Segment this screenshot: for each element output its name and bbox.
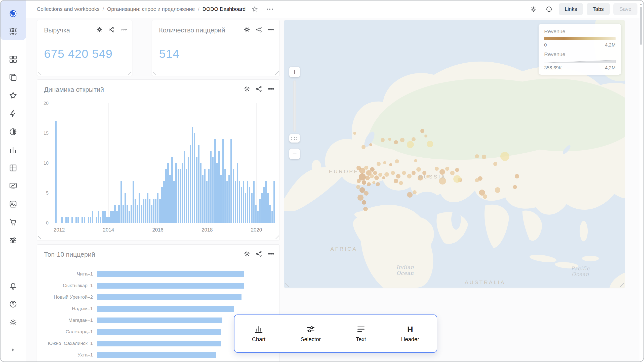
resize-handle[interactable] bbox=[38, 71, 42, 75]
bar bbox=[88, 217, 89, 223]
breadcrumb-separator: / bbox=[198, 6, 199, 12]
widget-more-icon[interactable] bbox=[265, 83, 276, 94]
tabs-button[interactable]: Tabs bbox=[587, 3, 610, 15]
map-point bbox=[455, 168, 459, 172]
toolbar-item-chart[interactable]: Chart bbox=[247, 323, 271, 345]
legend-color-gradient bbox=[544, 37, 616, 40]
header-icon: H bbox=[407, 325, 413, 334]
bar bbox=[97, 318, 222, 323]
x-tick-label: 2014 bbox=[103, 227, 114, 233]
bar bbox=[92, 211, 93, 223]
sidebar-expand-icon[interactable] bbox=[8, 345, 18, 355]
resize-handle[interactable] bbox=[153, 71, 156, 75]
widget-settings-gear-icon[interactable] bbox=[94, 24, 105, 35]
resize-handle[interactable] bbox=[128, 71, 131, 75]
map-point bbox=[453, 175, 461, 183]
map-point bbox=[367, 182, 371, 186]
y-tick-label: 15 bbox=[44, 131, 49, 136]
resize-handle[interactable] bbox=[620, 283, 624, 287]
pizzeria-count-value: 514 bbox=[159, 47, 179, 61]
widget-settings-gear-icon[interactable] bbox=[241, 83, 252, 94]
sidebar-item-gallery[interactable] bbox=[6, 197, 20, 211]
bar bbox=[184, 151, 185, 223]
widget-more-icon[interactable] bbox=[265, 24, 276, 35]
resize-handle[interactable] bbox=[38, 236, 42, 239]
bar bbox=[218, 151, 220, 223]
resize-handle[interactable] bbox=[275, 71, 279, 75]
map-point bbox=[500, 152, 509, 161]
app-window: Collections and workbooks / Организации:… bbox=[0, 0, 644, 362]
widget-more-icon[interactable] bbox=[118, 24, 129, 35]
widget-share-icon[interactable] bbox=[106, 24, 117, 35]
widget-title: Количество пиццерий bbox=[159, 26, 225, 34]
revenue-widget[interactable]: Выручка 675 420 549 bbox=[37, 20, 132, 76]
breadcrumb-collections[interactable]: Collections and workbooks bbox=[37, 6, 100, 12]
favorite-star-icon[interactable] bbox=[249, 3, 261, 15]
toolbar-item-header[interactable]: H Header bbox=[395, 323, 425, 345]
bar bbox=[61, 217, 63, 223]
scrollbar-thumb[interactable] bbox=[640, 7, 642, 45]
settings-gear-icon[interactable] bbox=[6, 315, 20, 330]
map-widget[interactable]: EUROPERUSSIAAFRICAIndian OceanPacific Oc… bbox=[284, 20, 625, 288]
bar-label: Магадан–1 bbox=[44, 318, 97, 323]
sidebar-item-services-settings[interactable] bbox=[6, 233, 20, 248]
toolbar-item-label: Selector bbox=[301, 336, 321, 343]
legend-label: Revenue bbox=[544, 51, 616, 57]
more-actions-icon[interactable] bbox=[264, 3, 276, 15]
bar bbox=[98, 211, 99, 223]
map-zoom-handle[interactable] bbox=[289, 134, 300, 143]
links-button[interactable]: Links bbox=[559, 3, 583, 15]
widget-share-icon[interactable] bbox=[253, 83, 264, 94]
scrollbar-up-arrow[interactable]: ▲ bbox=[639, 3, 643, 6]
save-button[interactable]: Save bbox=[613, 3, 637, 15]
page-scrollbar[interactable]: ▲ bbox=[639, 1, 643, 361]
widget-settings-gear-icon[interactable] bbox=[241, 24, 252, 35]
map-point bbox=[372, 181, 375, 184]
map-point bbox=[416, 167, 421, 172]
map-point bbox=[389, 163, 392, 166]
sidebar-item-dashboards[interactable] bbox=[6, 179, 20, 193]
bar bbox=[259, 199, 261, 223]
all-services-grid-icon[interactable] bbox=[6, 24, 20, 38]
toolbar-item-selector[interactable]: Selector bbox=[295, 323, 327, 345]
map-point bbox=[361, 145, 366, 149]
bar bbox=[210, 151, 212, 223]
resize-handle[interactable] bbox=[275, 236, 279, 239]
bar bbox=[178, 169, 179, 223]
widget-share-icon[interactable] bbox=[253, 248, 264, 259]
sidebar-item-datalens[interactable] bbox=[6, 124, 20, 139]
sidebar-item-favorites[interactable] bbox=[6, 88, 20, 103]
bar bbox=[169, 175, 171, 223]
bar bbox=[198, 145, 199, 223]
sidebar-item-widgets[interactable] bbox=[6, 52, 20, 67]
info-icon[interactable] bbox=[543, 3, 555, 15]
map-point bbox=[399, 181, 403, 185]
bar bbox=[84, 217, 85, 223]
map-legend: Revenue 0 4,2M Revenue 358,69K 4,2M bbox=[539, 24, 621, 75]
map-point bbox=[495, 187, 500, 193]
map-zoom-out-button[interactable]: − bbox=[289, 149, 300, 159]
sidebar-item-quick-actions[interactable] bbox=[6, 106, 20, 121]
revenue-value: 675 420 549 bbox=[44, 47, 112, 61]
sidebar-item-marketplace[interactable] bbox=[6, 215, 20, 230]
map-label: AUSTRALIA bbox=[465, 279, 505, 285]
breadcrumb-workbook[interactable]: Организации: спрос и предложение bbox=[107, 6, 195, 12]
map-point bbox=[394, 179, 398, 183]
widget-settings-gear-icon[interactable] bbox=[241, 248, 252, 259]
sidebar-item-datasets[interactable] bbox=[6, 161, 20, 175]
toolbar-item-text[interactable]: Text bbox=[350, 323, 372, 345]
openings-dynamics-widget[interactable]: Динамика открытий 05101520 2012201420162… bbox=[37, 79, 280, 240]
notifications-bell-icon[interactable] bbox=[6, 279, 20, 293]
widget-share-icon[interactable] bbox=[253, 24, 264, 35]
map-zoom-in-button[interactable]: + bbox=[289, 67, 300, 77]
datalens-logo-icon[interactable] bbox=[6, 6, 20, 21]
widget-more-icon[interactable] bbox=[265, 248, 276, 259]
map-point bbox=[493, 162, 497, 166]
help-icon[interactable] bbox=[6, 297, 20, 311]
dashboard-settings-gear-icon[interactable] bbox=[528, 3, 540, 15]
pizzeria-count-widget[interactable]: Количество пиццерий 514 bbox=[152, 20, 280, 76]
resize-handle[interactable] bbox=[285, 283, 289, 287]
sidebar-item-charts[interactable] bbox=[6, 143, 20, 157]
sidebar-item-collections[interactable] bbox=[6, 70, 20, 85]
map-zoom-slider[interactable] bbox=[293, 80, 296, 132]
